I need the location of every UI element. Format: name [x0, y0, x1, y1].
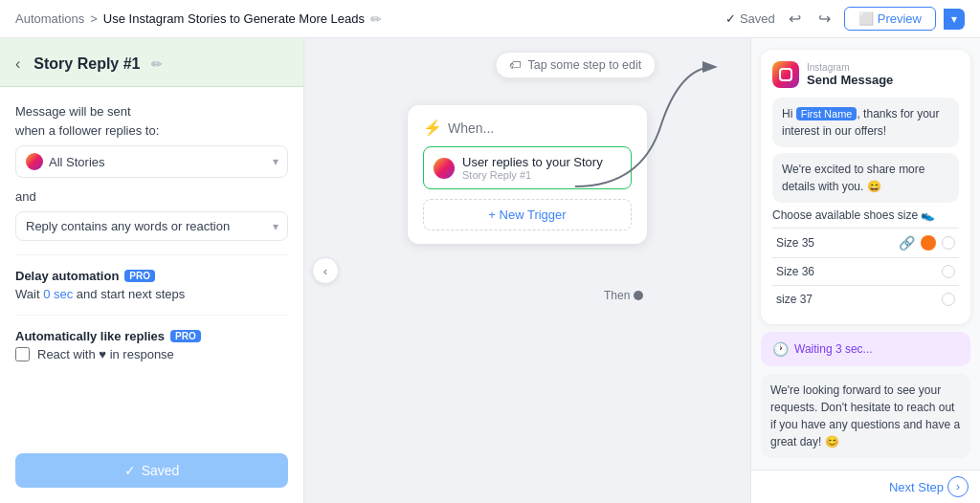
sidebar-header: ‹ Story Reply #1 ✏ [0, 38, 303, 87]
main-layout: ‹ Story Reply #1 ✏ Message will be sent … [0, 38, 980, 503]
delay-link[interactable]: 0 sec [43, 287, 73, 301]
tap-hint-text: Tap some step to edit [527, 58, 641, 72]
topbar: Automations > Use Instagram Stories to G… [0, 0, 980, 38]
next-step-bar: Next Step › [751, 470, 980, 503]
first-name-tag: First Name [796, 107, 858, 120]
delay-pro-badge: PRO [124, 270, 155, 282]
reply-contains-select[interactable]: Reply contains any words or reaction [15, 211, 288, 241]
saved-label: Saved [740, 11, 775, 26]
undo-button[interactable]: ↩ [785, 6, 805, 32]
instagram-logo-icon [772, 61, 799, 88]
auto-like-pro-badge: PRO [170, 330, 201, 342]
saved-btn-label: Saved [142, 463, 180, 478]
tap-hint: 🏷 Tap some step to edit [495, 52, 656, 78]
edit-title-icon[interactable]: ✏ [370, 11, 382, 27]
instagram-dot-icon [26, 153, 43, 170]
message-card: Instagram Send Message Hi First Name, th… [761, 50, 970, 324]
next-step-arrow-icon: › [947, 476, 969, 497]
message-header: Instagram Send Message [772, 61, 959, 88]
trigger-item[interactable]: User replies to your Story Story Reply #… [423, 146, 632, 189]
size-label-1: Size 36 [776, 265, 814, 278]
next-step-button[interactable]: Next Step › [889, 476, 969, 497]
all-stories-label: All Stories [49, 155, 105, 169]
divider-1 [15, 254, 288, 255]
auto-like-section-title: Automatically like replies PRO [15, 329, 288, 343]
size-icons-1 [942, 265, 955, 278]
canvas: 🏷 Tap some step to edit ‹ ⚡ When... User… [304, 38, 750, 503]
message-header-text: Instagram Send Message [807, 62, 893, 87]
trigger-title: User replies to your Story [462, 155, 603, 169]
preview-dropdown-button[interactable]: ▾ [944, 9, 965, 30]
ig-inner-icon [779, 68, 792, 81]
waiting-text: Waiting 3 sec... [794, 342, 873, 356]
delay-section-title: Delay automation PRO [15, 269, 288, 283]
then-label: Then [604, 289, 643, 302]
auto-like-checkbox-row: React with ♥ in response [15, 347, 288, 361]
then-dot [634, 291, 643, 300]
size-icons-2 [942, 293, 955, 306]
auto-like-checkbox[interactable] [15, 347, 30, 361]
preview-label: Preview [878, 11, 922, 26]
trigger-item-text: User replies to your Story Story Reply #… [462, 155, 603, 181]
size-option-0[interactable]: Size 35🔗 [772, 228, 959, 257]
reply-contains-select-wrapper: Reply contains any words or reaction ▾ [15, 211, 288, 241]
clock-icon: 🕐 [772, 341, 789, 357]
bubble-2: We're excited to share more details with… [772, 153, 959, 203]
tap-hint-icon: 🏷 [509, 58, 522, 72]
sidebar-title: Story Reply #1 [33, 55, 140, 73]
bolt-icon: ⚡ [423, 119, 442, 137]
size-label-2: size 37 [776, 293, 813, 306]
reply-contains-label: Reply contains any words or reaction [26, 219, 230, 233]
auto-like-title-text: Automatically like replies [15, 329, 165, 343]
size-option-2[interactable]: size 37 [772, 285, 959, 313]
trigger-when-text: When... [448, 120, 494, 136]
radio-icon-0[interactable] [942, 236, 955, 250]
sidebar: ‹ Story Reply #1 ✏ Message will be sent … [0, 38, 304, 503]
new-trigger-button[interactable]: + New Trigger [423, 199, 632, 230]
waiting-card: 🕐 Waiting 3 sec... [761, 332, 970, 366]
bubble1-pre: Hi [782, 107, 796, 120]
link-icon-0: 🔗 [899, 235, 915, 251]
redo-button[interactable]: ↪ [814, 6, 835, 32]
auto-like-sub-label: React with ♥ in response [37, 347, 174, 361]
next-step-label: Next Step [889, 480, 944, 494]
action-label: Send Message [807, 73, 893, 87]
platform-label: Instagram [807, 62, 893, 73]
back-button[interactable]: ‹ [15, 54, 26, 75]
trigger-when-label: ⚡ When... [423, 119, 632, 137]
and-label: and [15, 189, 288, 204]
size-icons-0: 🔗 [899, 235, 955, 251]
followup-bubble: We're looking forward to see your reques… [761, 374, 970, 458]
breadcrumb-title: Use Instagram Stories to Generate More L… [103, 11, 365, 26]
bubble-1: Hi First Name, thanks for your interest … [772, 98, 959, 147]
sidebar-body: Message will be sent when a follower rep… [0, 87, 303, 442]
saved-button[interactable]: ✓ Saved [15, 453, 288, 488]
radio-icon-1[interactable] [942, 265, 955, 278]
right-panel: Instagram Send Message Hi First Name, th… [750, 38, 980, 503]
choose-text: Choose available shoes size 👟 [772, 208, 959, 222]
then-label-text: Then [604, 289, 630, 302]
preview-button[interactable]: ⬜ Preview [844, 7, 936, 31]
saved-status: ✓ Saved [725, 11, 775, 26]
canvas-nav-arrow[interactable]: ‹ [312, 257, 339, 284]
saved-check-icon: ✓ [725, 11, 736, 26]
all-stories-select-wrapper: All Stories ▾ [15, 145, 288, 178]
size-label-0: Size 35 [776, 236, 814, 250]
sizes-container: Size 35🔗Size 36size 37 [772, 228, 959, 313]
trigger-card[interactable]: ⚡ When... User replies to your Story Sto… [408, 105, 647, 244]
sidebar-edit-icon[interactable]: ✏ [151, 56, 163, 72]
trigger-sub: Story Reply #1 [462, 169, 603, 181]
delay-sub: Wait 0 sec and start next steps [15, 287, 288, 301]
all-stories-select[interactable]: All Stories [15, 145, 288, 178]
message-label: Message will be sent when a follower rep… [15, 102, 288, 140]
size-option-1[interactable]: Size 36 [772, 257, 959, 285]
nav-arrow-icon: ‹ [323, 264, 327, 278]
saved-btn-icon: ✓ [124, 463, 136, 478]
breadcrumb: Automations > Use Instagram Stories to G… [15, 11, 382, 27]
breadcrumb-sep: > [90, 11, 98, 26]
topbar-right: ✓ Saved ↩ ↪ ⬜ Preview ▾ [725, 6, 965, 32]
delay-title-text: Delay automation [15, 269, 119, 283]
radio-icon-2[interactable] [942, 293, 955, 306]
orange-circle-0 [921, 235, 936, 251]
breadcrumb-automations[interactable]: Automations [15, 11, 84, 26]
